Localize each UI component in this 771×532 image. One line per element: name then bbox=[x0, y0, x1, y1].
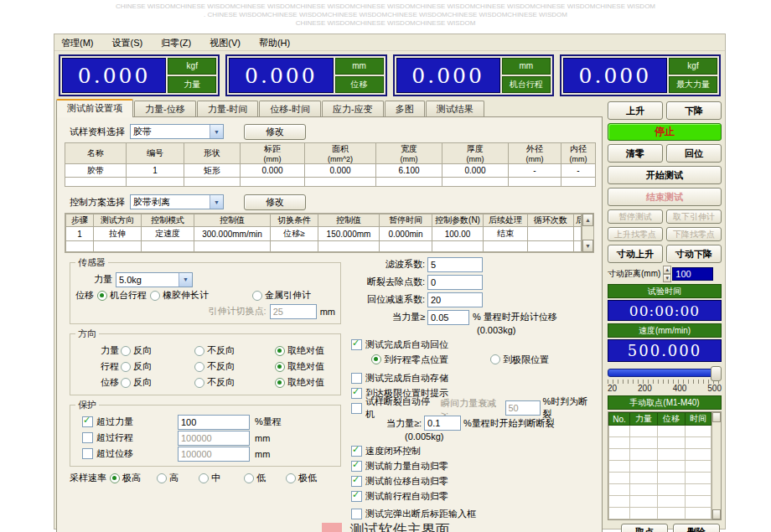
tab-test-result[interactable]: 测试结果 bbox=[426, 101, 484, 116]
checkbox-speed-loop[interactable]: 速度闭环控制 bbox=[351, 445, 421, 457]
radio-rate-very-high[interactable]: 极高 bbox=[110, 472, 153, 484]
col-direction: 测试方向 bbox=[94, 214, 142, 227]
break-judge-input[interactable] bbox=[424, 416, 461, 431]
extensometer-switch-input[interactable] bbox=[270, 304, 317, 319]
radio-rubber-extensometer[interactable]: 橡胶伸长计 bbox=[150, 289, 209, 302]
stop-button[interactable]: 停止 bbox=[608, 123, 722, 141]
jog-distance-spinner[interactable]: ▲▼ bbox=[663, 266, 671, 282]
radio-metal-extensometer[interactable]: 金属引伸计 bbox=[252, 289, 311, 302]
scroll-up-icon[interactable]: ▲ bbox=[582, 214, 593, 226]
checkbox-zero-disp[interactable]: 测试前位移自动归零 bbox=[351, 475, 448, 488]
radio-rate-high[interactable]: 高 bbox=[157, 472, 195, 484]
radio-stroke-no-reverse[interactable]: 不反向 bbox=[194, 360, 272, 373]
slider-tick-label: 20 bbox=[608, 384, 617, 394]
force-label-badge: 力量 bbox=[168, 76, 216, 93]
jog-distance-label: 寸动距离(mm) bbox=[608, 268, 660, 280]
manual-table-empty-row bbox=[609, 461, 711, 473]
return-decel-input[interactable] bbox=[427, 292, 483, 307]
radio-to-limit-position[interactable]: 到极限位置 bbox=[490, 354, 549, 366]
menu-view[interactable]: 视图(V) bbox=[210, 37, 241, 49]
clear-zero-button[interactable]: 清零 bbox=[608, 144, 663, 163]
up-button[interactable]: 上升 bbox=[608, 101, 663, 120]
tab-stress-strain[interactable]: 应力-应变 bbox=[322, 101, 384, 116]
radio-disp-absolute[interactable]: 取绝对值 bbox=[275, 376, 324, 389]
radio-rate-low[interactable]: 低 bbox=[244, 472, 282, 484]
over-force-input[interactable] bbox=[178, 415, 250, 430]
radio-stroke-absolute[interactable]: 取绝对值 bbox=[275, 360, 324, 373]
checkbox-gauge-popup[interactable]: 测试完弹出断后标距输入框 bbox=[351, 508, 476, 520]
radio-rate-medium[interactable]: 中 bbox=[199, 472, 241, 484]
radio-to-zero-position[interactable]: 到行程零点位置 bbox=[371, 354, 468, 366]
menu-manage[interactable]: 管理(M) bbox=[61, 37, 94, 49]
checkbox-label: 测试完成后自动回位 bbox=[365, 338, 448, 351]
manual-table-scrollbar[interactable] bbox=[711, 412, 721, 519]
tab-displacement-time[interactable]: 位移-时间 bbox=[259, 101, 321, 116]
tab-pretest-settings[interactable]: 测试前设置项 bbox=[56, 99, 133, 117]
slider-track[interactable] bbox=[608, 369, 722, 377]
end-test-button[interactable]: 结束测试 bbox=[608, 188, 722, 206]
return-button[interactable]: 回位 bbox=[666, 144, 722, 163]
scheme-table: 步骤 测试方向 控制模式 控制值 切换条件 控制值 暂停时间 控制参数(N) 后… bbox=[65, 214, 582, 252]
over-disp-input[interactable] bbox=[178, 447, 250, 462]
disp-start-input[interactable] bbox=[427, 310, 469, 325]
scheme-table-row[interactable]: 1 拉伸 定速度 300.000mm/min 位移≥ 150.000mm 0.0… bbox=[66, 227, 582, 241]
checkbox-over-force[interactable]: 超过力量 bbox=[82, 416, 174, 428]
scroll-up-icon[interactable] bbox=[712, 412, 721, 422]
spin-up-icon[interactable]: ▲ bbox=[663, 266, 671, 274]
break-remove-input[interactable] bbox=[427, 275, 483, 290]
tab-force-time[interactable]: 力量-时间 bbox=[197, 101, 259, 116]
sample-modify-button[interactable]: 修改 bbox=[244, 124, 306, 140]
spin-down-icon[interactable]: ▼ bbox=[663, 274, 671, 282]
radio-force-reverse[interactable]: 反向 bbox=[121, 344, 191, 357]
display-row: 0.000 kgf 力量 0.000 mm 位移 0.000 mm 机台行程 0… bbox=[54, 51, 725, 99]
tab-force-displacement[interactable]: 力量-位移 bbox=[134, 101, 196, 116]
sample-select-combo[interactable]: 胶带 ▼ bbox=[130, 124, 224, 139]
checkbox-auto-return[interactable]: 测试完成后自动回位 bbox=[351, 338, 448, 351]
scroll-down-icon[interactable] bbox=[712, 509, 721, 519]
radio-icon bbox=[194, 362, 204, 372]
menu-settings[interactable]: 设置(S) bbox=[112, 37, 143, 49]
sample-table-row[interactable]: 胶带 1 矩形 0.000 0.000 6.100 0.000 - - bbox=[65, 164, 596, 178]
checkbox-auto-save[interactable]: 测试完成后自动存储 bbox=[351, 372, 448, 385]
over-stroke-input[interactable] bbox=[178, 431, 250, 446]
checkbox-icon bbox=[351, 388, 362, 399]
break-stop-input[interactable] bbox=[505, 400, 541, 416]
jog-down-button[interactable]: 寸动下降 bbox=[666, 245, 722, 263]
tab-multi-chart[interactable]: 多图 bbox=[385, 101, 425, 116]
checkbox-icon bbox=[351, 461, 362, 472]
force-sensor-combo[interactable]: 5.0kg ▼ bbox=[116, 272, 193, 287]
menu-zero[interactable]: 归零(Z) bbox=[161, 37, 191, 49]
menu-bar: 管理(M) 设置(S) 归零(Z) 视图(V) 帮助(H) bbox=[54, 34, 725, 51]
radio-rate-very-low[interactable]: 极低 bbox=[286, 472, 317, 484]
radio-force-absolute[interactable]: 取绝对值 bbox=[275, 344, 324, 357]
checkbox-zero-stroke[interactable]: 测试前行程自动归零 bbox=[351, 490, 448, 503]
checkbox-zero-force[interactable]: 测试前力量自动归零 bbox=[351, 460, 448, 473]
scheme-table-scrollbar[interactable]: ▲ ▼ bbox=[582, 214, 593, 252]
menu-help[interactable]: 帮助(H) bbox=[259, 37, 290, 49]
jog-distance-input[interactable]: 100 bbox=[672, 267, 713, 281]
up-find-zero-button[interactable]: 上升找零点 bbox=[608, 227, 663, 241]
radio-disp-reverse[interactable]: 反向 bbox=[121, 376, 191, 389]
dir-disp-label: 位移 bbox=[75, 376, 119, 389]
pause-test-button[interactable]: 暂停测试 bbox=[608, 209, 663, 224]
checkbox-over-disp[interactable]: 超过位移 bbox=[82, 447, 174, 460]
filter-coef-input[interactable] bbox=[427, 257, 483, 272]
direction-group-title: 方向 bbox=[75, 328, 99, 340]
down-find-zero-button[interactable]: 下降找零点 bbox=[666, 227, 722, 241]
checkbox-over-stroke[interactable]: 超过行程 bbox=[82, 431, 174, 444]
scheme-select-combo[interactable]: 胶带剥离 ▼ bbox=[130, 194, 224, 209]
radio-machine-stroke[interactable]: 机台行程 bbox=[97, 289, 147, 302]
remove-extensometer-button[interactable]: 取下引伸计 bbox=[666, 209, 722, 224]
radio-force-no-reverse[interactable]: 不反向 bbox=[194, 344, 272, 357]
scroll-down-icon[interactable]: ▼ bbox=[582, 240, 593, 252]
start-test-button[interactable]: 开始测试 bbox=[608, 166, 722, 184]
radio-disp-no-reverse[interactable]: 不反向 bbox=[194, 376, 272, 389]
col-number: 编号 bbox=[128, 147, 182, 159]
down-button[interactable]: 下降 bbox=[666, 101, 722, 120]
scheme-modify-button[interactable]: 修改 bbox=[244, 194, 306, 210]
speed-slider[interactable] bbox=[608, 366, 722, 378]
slider-thumb[interactable] bbox=[711, 366, 722, 381]
jog-up-button[interactable]: 寸动上升 bbox=[608, 245, 663, 263]
col-shape: 形状 bbox=[186, 147, 238, 159]
radio-stroke-reverse[interactable]: 反向 bbox=[121, 360, 191, 373]
